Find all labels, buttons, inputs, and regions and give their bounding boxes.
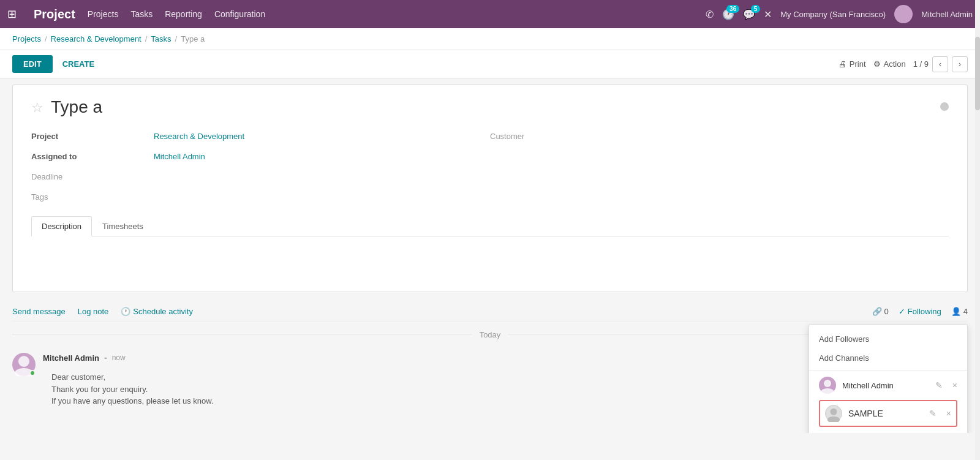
nav-reporting[interactable]: Reporting [165, 9, 202, 19]
check-icon: ✓ [899, 307, 905, 316]
grid-icon[interactable]: ⊞ [7, 7, 17, 21]
followers-button[interactable]: 👤 4 [951, 307, 968, 316]
follower-row-mitchell: Mitchell Admin ✎ × [809, 373, 967, 398]
attachment-count: 🔗 0 [872, 307, 889, 316]
follower-name-mitchell: Mitchell Admin [842, 381, 929, 390]
next-record-button[interactable]: › [952, 56, 968, 72]
record-header: ☆ Type a [31, 97, 949, 117]
clock-schedule-icon: 🕐 [121, 307, 130, 316]
breadcrumb-sep-1: / [45, 34, 47, 43]
svg-point-4 [830, 409, 837, 415]
field-grid: Project Research & Development Customer … [31, 129, 949, 204]
create-button[interactable]: CREATE [60, 55, 97, 73]
clip-icon: 🔗 [872, 307, 882, 316]
tab-content [31, 236, 949, 273]
chat-icon[interactable]: 💬5 [743, 9, 755, 20]
log-note-button[interactable]: Log note [78, 307, 109, 316]
status-dot [940, 102, 949, 111]
print-button[interactable]: 🖨 Print [839, 59, 866, 69]
top-navigation: ⊞ Project Projects Tasks Reporting Confi… [0, 0, 980, 28]
following-button[interactable]: ✓ Following [899, 307, 941, 316]
scrollbar[interactable] [975, 0, 980, 433]
dropdown-divider [809, 370, 967, 371]
svg-point-6 [18, 356, 29, 367]
project-label: Project [31, 129, 154, 143]
username: Mitchell Admin [921, 10, 973, 19]
tab-description[interactable]: Description [31, 216, 92, 236]
follower-edit-mitchell[interactable]: ✎ [935, 380, 943, 390]
breadcrumb-research[interactable]: Research & Development [51, 34, 141, 43]
follower-row-sample: SAMPLE ✎ × [819, 400, 957, 427]
nav-links: Projects Tasks Reporting Configuration [88, 9, 693, 19]
gear-icon: ⚙ [873, 59, 881, 69]
follower-name-sample: SAMPLE [848, 409, 923, 418]
nav-configuration[interactable]: Configuration [214, 9, 265, 19]
svg-point-0 [899, 8, 908, 17]
app-title: Project [34, 7, 75, 21]
tabs: Description Timesheets [31, 216, 949, 236]
record-title: Type a [51, 97, 102, 117]
follower-close-mitchell[interactable]: × [952, 380, 957, 390]
message-avatar [12, 353, 36, 376]
customer-label: Customer [490, 129, 612, 143]
record-card: ☆ Type a Project Research & Development … [12, 85, 968, 292]
project-value[interactable]: Research & Development [154, 129, 490, 143]
company-name: My Company (San Francisco) [780, 10, 886, 19]
clock-badge: 36 [726, 5, 739, 13]
chatter-actions: Send message Log note 🕐 Schedule activit… [12, 302, 968, 322]
tags-value[interactable] [154, 190, 490, 204]
prev-record-button[interactable]: ‹ [932, 56, 948, 72]
edit-button[interactable]: EDIT [12, 55, 53, 73]
star-icon[interactable]: ☆ [31, 100, 43, 116]
assigned-value[interactable]: Mitchell Admin [154, 149, 490, 164]
svg-point-3 [821, 388, 834, 394]
chat-badge: 5 [751, 5, 761, 13]
close-icon[interactable]: ✕ [764, 9, 772, 20]
schedule-activity-button[interactable]: 🕐 Schedule activity [121, 307, 193, 316]
breadcrumb-sep-2: / [145, 34, 148, 43]
record-navigation: 1 / 9 ‹ › [913, 56, 968, 72]
follower-avatar-mitchell [819, 377, 836, 394]
online-indicator [29, 370, 36, 376]
follower-close-sample[interactable]: × [946, 409, 951, 418]
svg-point-5 [827, 417, 840, 422]
follower-edit-sample[interactable]: ✎ [929, 409, 937, 418]
assigned-label: Assigned to [31, 149, 154, 164]
chatter-right: 🔗 0 ✓ Following 👤 4 [872, 307, 968, 316]
breadcrumb-projects[interactable]: Projects [12, 34, 41, 43]
chatter: Send message Log note 🕐 Schedule activit… [12, 302, 968, 421]
main-content: ☆ Type a Project Research & Development … [0, 85, 980, 433]
follower-avatar-sample [825, 405, 842, 422]
add-channels-item[interactable]: Add Channels [809, 349, 967, 368]
clock-icon[interactable]: 🕐36 [722, 9, 734, 20]
customer-value[interactable] [612, 129, 949, 143]
breadcrumb: Projects / Research & Development / Task… [0, 28, 980, 50]
avatar[interactable] [894, 5, 913, 23]
message-time: now [112, 353, 126, 362]
users-icon: 👤 [951, 307, 961, 316]
deadline-value[interactable] [154, 170, 490, 184]
action-button[interactable]: ⚙ Action [873, 59, 906, 69]
send-message-button[interactable]: Send message [12, 307, 66, 316]
svg-point-2 [824, 380, 831, 387]
svg-point-1 [896, 17, 911, 23]
deadline-label: Deadline [31, 170, 154, 184]
nav-projects[interactable]: Projects [88, 9, 119, 19]
followers-dropdown: Add Followers Add Channels Mitchell Admi… [809, 324, 968, 433]
phone-icon[interactable]: ✆ [706, 9, 714, 20]
nav-right: ✆ 🕐36 💬5 ✕ My Company (San Francisco) Mi… [706, 5, 973, 23]
breadcrumb-tasks[interactable]: Tasks [151, 34, 171, 43]
tab-timesheets[interactable]: Timesheets [92, 216, 154, 236]
print-icon: 🖨 [839, 59, 846, 69]
breadcrumb-current: Type a [181, 34, 205, 43]
add-followers-item[interactable]: Add Followers [809, 330, 967, 349]
breadcrumb-sep-3: / [175, 34, 178, 43]
tags-label: Tags [31, 190, 154, 204]
message-author: Mitchell Admin [43, 353, 99, 363]
toolbar: EDIT CREATE 🖨 Print ⚙ Action 1 / 9 ‹ › [0, 50, 980, 78]
nav-tasks[interactable]: Tasks [130, 9, 153, 19]
scrollbar-thumb[interactable] [975, 37, 980, 110]
